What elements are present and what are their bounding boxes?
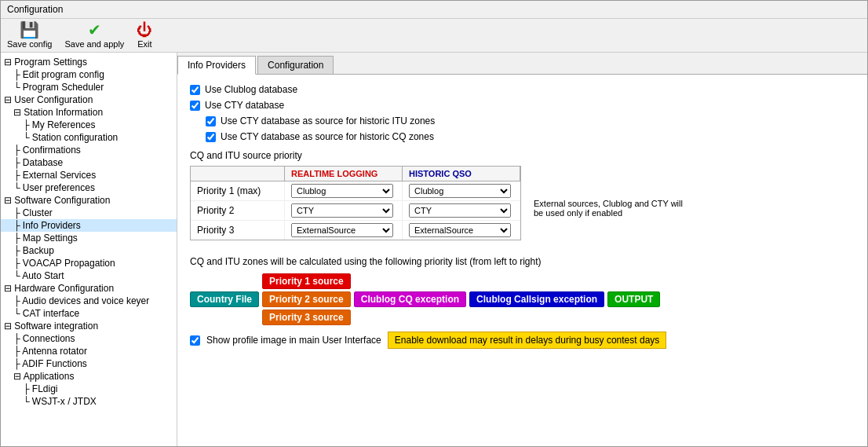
show-profile-label: Show profile image in main User Interfac… [206, 335, 381, 346]
output-badge: OUTPUT [607, 291, 660, 307]
save-apply-label: Save and apply [64, 39, 124, 49]
toolbar: 💾 Save config ✔ Save and apply ⏻ Exit [1, 19, 867, 53]
sidebar-item-user-preferences[interactable]: └ User preferences [1, 181, 177, 194]
title-bar: Configuration [1, 1, 867, 19]
realtime-header: REALTIME LOGGING [285, 167, 403, 181]
priority-label-header [191, 167, 285, 181]
priority-flow: Country File Priority 1 source Priority … [190, 273, 855, 325]
window-title: Configuration [7, 4, 63, 15]
tab-content-info-providers: Use Clublog database Use CTY database Us… [177, 75, 867, 358]
priority-2-realtime-select[interactable]: Clublog CTY ExternalSource [291, 203, 393, 218]
historic-header: HISTORIC QSO [403, 167, 520, 181]
use-cty-cq-label: Use CTY database as source for historic … [221, 131, 434, 142]
sidebar-item-fldigi[interactable]: ├ FLdigi [1, 383, 177, 395]
priority-3-realtime-select[interactable]: Clublog CTY ExternalSource [291, 223, 393, 237]
priority-3-source-badge: Priority 3 source [262, 310, 351, 325]
sidebar-item-adif-functions[interactable]: ├ ADIF Functions [1, 357, 177, 370]
main-window: Configuration 💾 Save config ✔ Save and a… [0, 0, 868, 447]
use-cty-itu-label: Use CTY database as source for historic … [221, 115, 435, 126]
priority-1-realtime-select[interactable]: Clublog CTY ExternalSource [291, 184, 393, 198]
priority-table-header: REALTIME LOGGING HISTORIC QSO [191, 167, 520, 181]
show-profile-checkbox[interactable] [190, 335, 200, 346]
sidebar-item-software-integration[interactable]: ⊟ Software integration [1, 320, 177, 332]
sidebar-item-station-configuration[interactable]: └ Station configuration [1, 131, 177, 144]
priority-2-historic-cell: Clublog CTY ExternalSource [403, 201, 520, 220]
priority-3-historic-cell: Clublog CTY ExternalSource [403, 221, 520, 240]
save-apply-button[interactable]: ✔ Save and apply [64, 22, 124, 49]
sidebar-item-software-configuration[interactable]: ⊟ Software Configuration [1, 194, 177, 207]
use-clublog-checkbox[interactable] [190, 85, 200, 95]
clublog-cq-badge: Clublog CQ exception [354, 291, 466, 307]
priority-table: REALTIME LOGGING HISTORIC QSO Priority 1… [190, 166, 521, 240]
priority-2-source-badge: Priority 2 source [262, 291, 351, 307]
sidebar-item-wsjtx[interactable]: └ WSJT-x / JTDX [1, 395, 177, 408]
use-clublog-label: Use Clublog database [205, 84, 297, 95]
sidebar-item-edit-program-config[interactable]: ├ Edit program config [1, 68, 177, 81]
sidebar-item-confirmations[interactable]: ├ Confirmations [1, 144, 177, 156]
sidebar-item-cat-interface[interactable]: └ CAT interface [1, 307, 177, 320]
sidebar-item-hardware-configuration[interactable]: ⊟ Hardware Configuration [1, 282, 177, 295]
priority-1-source-badge: Priority 1 source [262, 273, 351, 289]
priority-2-historic-select[interactable]: Clublog CTY ExternalSource [409, 203, 511, 218]
sidebar-item-info-providers[interactable]: ├ Info Providers [1, 219, 177, 232]
priority-2-label: Priority 2 [191, 201, 285, 220]
use-cty-itu-row: Use CTY database as source for historic … [190, 115, 855, 126]
save-config-label: Save config [7, 39, 52, 49]
priority-row-3: Priority 3 Clublog CTY ExternalSource [191, 221, 520, 240]
country-file-badge: Country File [190, 291, 259, 307]
sidebar-item-map-settings[interactable]: ├ Map Settings [1, 232, 177, 244]
priority-1-realtime-cell: Clublog CTY ExternalSource [285, 181, 403, 200]
priority-1-historic-select[interactable]: Clublog CTY ExternalSource [409, 184, 511, 198]
priority-2-realtime-cell: Clublog CTY ExternalSource [285, 201, 403, 220]
priority-row-2: Priority 2 Clublog CTY ExternalSource [191, 201, 520, 221]
main-content: ⊟ Program Settings ├ Edit program config… [1, 53, 867, 446]
use-cty-itu-checkbox[interactable] [206, 116, 216, 126]
sidebar-item-connections[interactable]: ├ Connections [1, 332, 177, 345]
priority-3-historic-select[interactable]: Clublog CTY ExternalSource [409, 223, 511, 237]
sidebar-item-program-settings[interactable]: ⊟ Program Settings [1, 56, 177, 68]
sidebar-item-user-configuration[interactable]: ⊟ User Configuration [1, 93, 177, 106]
sidebar-item-program-scheduler[interactable]: └ Program Scheduler [1, 81, 177, 93]
download-warning-badge: Enable download may result in delays dur… [388, 332, 667, 349]
exit-label: Exit [137, 39, 151, 49]
sidebar-item-audio-devices[interactable]: ├ Audio devices and voice keyer [1, 295, 177, 307]
exit-button[interactable]: ⏻ Exit [137, 22, 152, 49]
sidebar-item-applications[interactable]: ⊟ Applications [1, 370, 177, 383]
sidebar-item-database[interactable]: ├ Database [1, 156, 177, 169]
save-apply-icon: ✔ [88, 22, 101, 38]
priority-side-note: External sources, Clublog and CTY will b… [534, 166, 691, 250]
sidebar-item-external-services[interactable]: ├ External Services [1, 169, 177, 181]
calc-note: CQ and ITU zones will be calculated usin… [190, 256, 855, 267]
cq-itu-priority-label: CQ and ITU source priority [190, 150, 855, 161]
sidebar-item-my-references[interactable]: ├ My References [1, 119, 177, 131]
use-cty-row: Use CTY database [190, 100, 855, 111]
priority-3-label: Priority 3 [191, 221, 285, 240]
sidebar-item-antenna-rotator[interactable]: ├ Antenna rotator [1, 345, 177, 357]
clublog-callsign-badge: Clublog Callsign exception [469, 291, 604, 307]
sidebar: ⊟ Program Settings ├ Edit program config… [1, 53, 177, 446]
priority-1-historic-cell: Clublog CTY ExternalSource [403, 181, 520, 200]
use-clublog-row: Use Clublog database [190, 84, 855, 95]
show-profile-row: Show profile image in main User Interfac… [190, 332, 855, 349]
content-area: Info Providers Configuration Use Clublog… [177, 53, 867, 446]
sidebar-item-auto-start[interactable]: └ Auto Start [1, 269, 177, 282]
sidebar-item-cluster[interactable]: ├ Cluster [1, 207, 177, 219]
use-cty-cq-checkbox[interactable] [206, 132, 216, 142]
priority-3-realtime-cell: Clublog CTY ExternalSource [285, 221, 403, 240]
priority-1-label: Priority 1 (max) [191, 181, 285, 200]
use-cty-label: Use CTY database [205, 100, 284, 111]
priority-sources-col: Priority 1 source Priority 2 source Prio… [262, 273, 351, 325]
priority-table-area: REALTIME LOGGING HISTORIC QSO Priority 1… [190, 166, 855, 250]
use-cty-cq-row: Use CTY database as source for historic … [190, 131, 855, 142]
tab-bar: Info Providers Configuration [177, 53, 867, 75]
sidebar-item-station-information[interactable]: ⊟ Station Information [1, 106, 177, 119]
sidebar-item-backup[interactable]: ├ Backup [1, 244, 177, 257]
tab-info-providers[interactable]: Info Providers [177, 56, 256, 75]
priority-row-1: Priority 1 (max) Clublog CTY ExternalSou… [191, 181, 520, 201]
save-config-button[interactable]: 💾 Save config [7, 22, 52, 49]
tab-configuration[interactable]: Configuration [257, 56, 334, 74]
save-config-icon: 💾 [20, 22, 39, 38]
use-cty-checkbox[interactable] [190, 101, 200, 111]
exit-icon: ⏻ [137, 22, 152, 38]
sidebar-item-voacap-propagation[interactable]: ├ VOACAP Propagation [1, 257, 177, 269]
